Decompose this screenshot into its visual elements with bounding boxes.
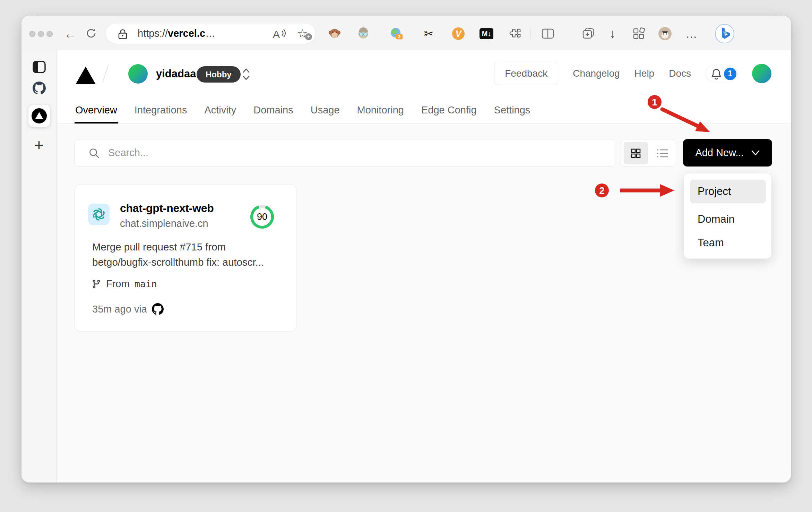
add-new-button[interactable]: Add New... (683, 139, 772, 167)
project-name[interactable]: chat-gpt-next-web (120, 202, 214, 215)
monkey-extension-icon[interactable] (328, 27, 342, 41)
bing-chat-icon[interactable] (715, 24, 734, 43)
url-scheme: https:// (138, 28, 168, 39)
vercel-sidebar-icon (31, 108, 47, 124)
team-name[interactable]: yidadaa (156, 68, 196, 80)
tab-label: Settings (494, 104, 530, 116)
user-avatar[interactable] (752, 64, 771, 83)
sidebar-toggle-icon[interactable] (33, 61, 46, 73)
docs-link[interactable]: Docs (669, 68, 691, 79)
deploy-time: 35m ago via (92, 304, 147, 315)
search-box (75, 139, 615, 167)
dropdown-item-team[interactable]: Team (690, 231, 766, 255)
branch-name: main (135, 279, 157, 289)
v-downloader-extension-icon[interactable]: V (451, 27, 465, 41)
openai-logo-icon (91, 206, 107, 222)
feedback-button[interactable]: Feedback (494, 62, 558, 85)
address-bar[interactable]: https://vercel.c… A ☆ + (106, 24, 316, 44)
url-text: https://vercel.c… (138, 28, 215, 39)
collections-icon[interactable] (581, 27, 595, 41)
lock-icon (118, 28, 128, 40)
search-input[interactable] (108, 139, 594, 166)
help-link[interactable]: Help (634, 68, 655, 79)
toolbar-divider (530, 28, 530, 39)
tab-label: Domains (253, 104, 293, 116)
tab-label: Edge Config (421, 104, 477, 116)
tab-bar: Overview Integrations Activity Domains U… (75, 102, 531, 123)
view-toggle (621, 139, 676, 167)
split-screen-icon[interactable] (541, 27, 555, 41)
vercel-sidebar-tile[interactable] (28, 105, 50, 127)
notifications-button[interactable]: 1 (706, 65, 737, 82)
apps-icon[interactable] (632, 27, 646, 41)
browser-window: ← https://vercel.c… A ☆ + (21, 16, 791, 483)
changelog-link[interactable]: Changelog (573, 68, 620, 79)
deploy-meta-row: 35m ago via (92, 303, 164, 315)
scissors-extension-icon[interactable]: ✂ (422, 27, 436, 41)
bell-icon (711, 68, 722, 80)
plan-badge: Hobby (197, 66, 241, 83)
add-new-dropdown: Project Domain Team (684, 173, 771, 259)
commit-message[interactable]: Merge pull request #715 from betgo/bugfi… (92, 239, 284, 270)
traffic-close-button[interactable] (29, 31, 35, 37)
branch-row: From main (92, 278, 157, 290)
favorite-add-icon: + (305, 33, 312, 40)
grid-view-icon (631, 148, 641, 159)
tab-settings[interactable]: Settings (493, 102, 531, 123)
read-aloud-icon[interactable]: A (272, 28, 287, 40)
traffic-zoom-button[interactable] (46, 31, 53, 37)
url-ellipsis: … (205, 28, 215, 39)
tab-label: Monitoring (357, 104, 404, 116)
tab-label: Overview (75, 104, 117, 116)
github-sidebar-icon[interactable] (33, 82, 46, 95)
svg-text:A: A (273, 28, 280, 40)
tab-integrations[interactable]: Integrations (134, 102, 188, 123)
list-view-icon (657, 148, 668, 158)
vercel-logo[interactable] (76, 67, 96, 84)
tab-label: Integrations (135, 104, 187, 116)
score-value: 90 (249, 204, 275, 230)
chevron-down-icon (751, 150, 760, 156)
project-domain[interactable]: chat.simplenaive.cn (120, 218, 208, 229)
dropdown-item-project[interactable]: Project (690, 180, 766, 203)
tab-usage[interactable]: Usage (310, 102, 340, 123)
score-ring[interactable]: 90 (249, 204, 275, 230)
dual-circle-extension-icon[interactable]: 2 (389, 27, 403, 41)
traffic-minimize-button[interactable] (38, 31, 44, 37)
downloads-icon[interactable]: ↓ (606, 27, 620, 41)
overview-content: Add New... (57, 123, 791, 483)
tab-overview[interactable]: Overview (75, 102, 118, 123)
team-avatar[interactable] (128, 64, 148, 84)
tab-monitoring[interactable]: Monitoring (356, 102, 405, 123)
dropdown-item-domain[interactable]: Domain (690, 207, 766, 231)
project-icon (88, 204, 110, 225)
markdown-icon-label: M↓ (480, 28, 493, 39)
tab-edge-config[interactable]: Edge Config (421, 102, 477, 123)
github-source-icon (152, 303, 164, 315)
v-icon-letter: V (455, 28, 462, 39)
browser-profile-avatar[interactable] (658, 27, 672, 41)
tab-domains[interactable]: Domains (253, 102, 294, 123)
breadcrumb-slash (102, 65, 109, 83)
sidebar-divider (26, 131, 53, 131)
reader-face-extension-icon[interactable] (356, 27, 370, 41)
grid-view-button[interactable] (624, 142, 648, 164)
list-view-button[interactable] (651, 142, 674, 164)
tab-label: Usage (311, 104, 340, 116)
from-label: From (106, 278, 130, 290)
team-switcher-icon[interactable] (242, 67, 251, 82)
project-card[interactable]: chat-gpt-next-web chat.simplenaive.cn 90… (75, 184, 296, 332)
refresh-icon[interactable] (85, 27, 97, 39)
browser-toolbar: ← https://vercel.c… A ☆ + (21, 16, 791, 50)
sidebar-add-button[interactable]: + (21, 136, 57, 154)
markdown-extension-icon[interactable]: M↓ (480, 27, 493, 41)
extensions-puzzle-icon[interactable] (509, 27, 522, 41)
extension-badge-count: 2 (398, 34, 400, 39)
browser-sidebar: + (21, 50, 57, 483)
git-branch-icon (92, 279, 101, 289)
back-icon[interactable]: ← (64, 26, 77, 41)
tab-activity[interactable]: Activity (204, 102, 237, 123)
more-options-icon[interactable]: … (685, 27, 699, 41)
vercel-page: yidadaa Hobby Feedback Changelog Help Do… (57, 50, 791, 483)
header-right: Feedback Changelog Help Docs 1 (494, 62, 771, 85)
